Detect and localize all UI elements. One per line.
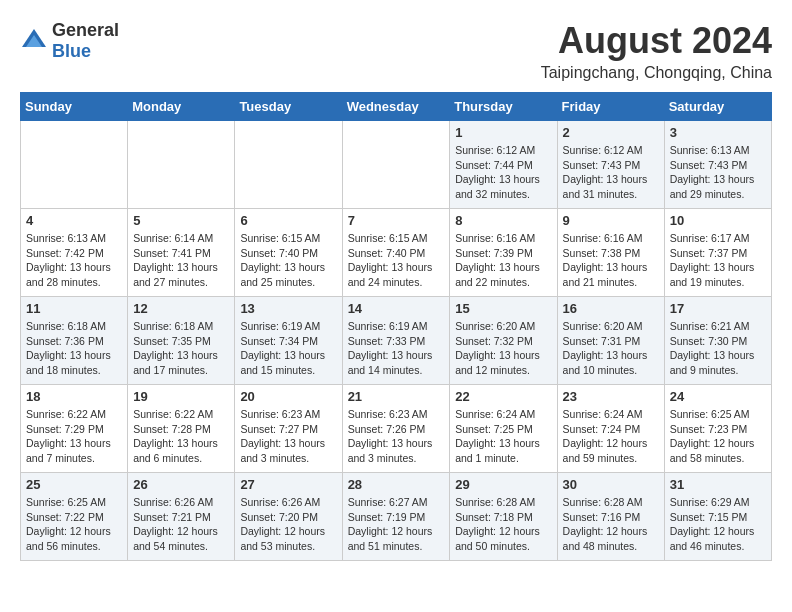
calendar-cell: 4Sunrise: 6:13 AM Sunset: 7:42 PM Daylig… [21,209,128,297]
calendar-table: SundayMondayTuesdayWednesdayThursdayFrid… [20,92,772,561]
calendar-week-row: 4Sunrise: 6:13 AM Sunset: 7:42 PM Daylig… [21,209,772,297]
day-number: 21 [348,389,445,404]
day-info: Sunrise: 6:13 AM Sunset: 7:42 PM Dayligh… [26,231,122,290]
day-number: 15 [455,301,551,316]
day-number: 11 [26,301,122,316]
calendar-week-row: 18Sunrise: 6:22 AM Sunset: 7:29 PM Dayli… [21,385,772,473]
day-number: 2 [563,125,659,140]
calendar-cell: 16Sunrise: 6:20 AM Sunset: 7:31 PM Dayli… [557,297,664,385]
day-info: Sunrise: 6:26 AM Sunset: 7:20 PM Dayligh… [240,495,336,554]
day-info: Sunrise: 6:15 AM Sunset: 7:40 PM Dayligh… [348,231,445,290]
weekday-header-tuesday: Tuesday [235,93,342,121]
calendar-cell: 8Sunrise: 6:16 AM Sunset: 7:39 PM Daylig… [450,209,557,297]
calendar-cell: 2Sunrise: 6:12 AM Sunset: 7:43 PM Daylig… [557,121,664,209]
day-info: Sunrise: 6:26 AM Sunset: 7:21 PM Dayligh… [133,495,229,554]
day-info: Sunrise: 6:25 AM Sunset: 7:23 PM Dayligh… [670,407,766,466]
calendar-cell: 15Sunrise: 6:20 AM Sunset: 7:32 PM Dayli… [450,297,557,385]
day-number: 14 [348,301,445,316]
month-title: August 2024 [541,20,772,62]
weekday-header-wednesday: Wednesday [342,93,450,121]
calendar-cell: 30Sunrise: 6:28 AM Sunset: 7:16 PM Dayli… [557,473,664,561]
calendar-week-row: 25Sunrise: 6:25 AM Sunset: 7:22 PM Dayli… [21,473,772,561]
day-number: 5 [133,213,229,228]
calendar-cell: 14Sunrise: 6:19 AM Sunset: 7:33 PM Dayli… [342,297,450,385]
weekday-header-sunday: Sunday [21,93,128,121]
calendar-cell: 10Sunrise: 6:17 AM Sunset: 7:37 PM Dayli… [664,209,771,297]
day-number: 29 [455,477,551,492]
calendar-cell: 9Sunrise: 6:16 AM Sunset: 7:38 PM Daylig… [557,209,664,297]
day-number: 7 [348,213,445,228]
logo-general: General [52,20,119,40]
day-info: Sunrise: 6:12 AM Sunset: 7:43 PM Dayligh… [563,143,659,202]
day-info: Sunrise: 6:12 AM Sunset: 7:44 PM Dayligh… [455,143,551,202]
day-info: Sunrise: 6:23 AM Sunset: 7:27 PM Dayligh… [240,407,336,466]
calendar-cell: 22Sunrise: 6:24 AM Sunset: 7:25 PM Dayli… [450,385,557,473]
day-number: 13 [240,301,336,316]
day-info: Sunrise: 6:14 AM Sunset: 7:41 PM Dayligh… [133,231,229,290]
day-number: 28 [348,477,445,492]
calendar-cell: 31Sunrise: 6:29 AM Sunset: 7:15 PM Dayli… [664,473,771,561]
day-info: Sunrise: 6:29 AM Sunset: 7:15 PM Dayligh… [670,495,766,554]
day-number: 8 [455,213,551,228]
day-info: Sunrise: 6:15 AM Sunset: 7:40 PM Dayligh… [240,231,336,290]
day-number: 9 [563,213,659,228]
day-info: Sunrise: 6:22 AM Sunset: 7:29 PM Dayligh… [26,407,122,466]
calendar-cell: 26Sunrise: 6:26 AM Sunset: 7:21 PM Dayli… [128,473,235,561]
day-info: Sunrise: 6:18 AM Sunset: 7:35 PM Dayligh… [133,319,229,378]
day-info: Sunrise: 6:13 AM Sunset: 7:43 PM Dayligh… [670,143,766,202]
day-number: 19 [133,389,229,404]
day-number: 3 [670,125,766,140]
calendar-cell: 11Sunrise: 6:18 AM Sunset: 7:36 PM Dayli… [21,297,128,385]
day-number: 17 [670,301,766,316]
calendar-week-row: 1Sunrise: 6:12 AM Sunset: 7:44 PM Daylig… [21,121,772,209]
weekday-header-row: SundayMondayTuesdayWednesdayThursdayFrid… [21,93,772,121]
day-info: Sunrise: 6:21 AM Sunset: 7:30 PM Dayligh… [670,319,766,378]
calendar-cell: 18Sunrise: 6:22 AM Sunset: 7:29 PM Dayli… [21,385,128,473]
day-number: 26 [133,477,229,492]
calendar-cell [342,121,450,209]
calendar-cell: 6Sunrise: 6:15 AM Sunset: 7:40 PM Daylig… [235,209,342,297]
day-info: Sunrise: 6:22 AM Sunset: 7:28 PM Dayligh… [133,407,229,466]
day-number: 18 [26,389,122,404]
page-header: General Blue August 2024 Taipingchang, C… [20,20,772,82]
day-number: 22 [455,389,551,404]
calendar-cell: 17Sunrise: 6:21 AM Sunset: 7:30 PM Dayli… [664,297,771,385]
weekday-header-thursday: Thursday [450,93,557,121]
logo-blue: Blue [52,41,91,61]
day-number: 10 [670,213,766,228]
calendar-cell: 24Sunrise: 6:25 AM Sunset: 7:23 PM Dayli… [664,385,771,473]
weekday-header-saturday: Saturday [664,93,771,121]
weekday-header-friday: Friday [557,93,664,121]
logo: General Blue [20,20,119,62]
title-block: August 2024 Taipingchang, Chongqing, Chi… [541,20,772,82]
day-info: Sunrise: 6:16 AM Sunset: 7:39 PM Dayligh… [455,231,551,290]
calendar-week-row: 11Sunrise: 6:18 AM Sunset: 7:36 PM Dayli… [21,297,772,385]
day-info: Sunrise: 6:24 AM Sunset: 7:24 PM Dayligh… [563,407,659,466]
day-number: 4 [26,213,122,228]
calendar-cell: 20Sunrise: 6:23 AM Sunset: 7:27 PM Dayli… [235,385,342,473]
calendar-cell: 23Sunrise: 6:24 AM Sunset: 7:24 PM Dayli… [557,385,664,473]
day-info: Sunrise: 6:19 AM Sunset: 7:34 PM Dayligh… [240,319,336,378]
calendar-cell: 13Sunrise: 6:19 AM Sunset: 7:34 PM Dayli… [235,297,342,385]
day-info: Sunrise: 6:23 AM Sunset: 7:26 PM Dayligh… [348,407,445,466]
day-info: Sunrise: 6:17 AM Sunset: 7:37 PM Dayligh… [670,231,766,290]
day-number: 6 [240,213,336,228]
day-info: Sunrise: 6:20 AM Sunset: 7:32 PM Dayligh… [455,319,551,378]
day-number: 1 [455,125,551,140]
location-title: Taipingchang, Chongqing, China [541,64,772,82]
calendar-cell: 1Sunrise: 6:12 AM Sunset: 7:44 PM Daylig… [450,121,557,209]
day-number: 31 [670,477,766,492]
calendar-cell: 7Sunrise: 6:15 AM Sunset: 7:40 PM Daylig… [342,209,450,297]
calendar-cell: 3Sunrise: 6:13 AM Sunset: 7:43 PM Daylig… [664,121,771,209]
day-info: Sunrise: 6:19 AM Sunset: 7:33 PM Dayligh… [348,319,445,378]
logo-icon [20,27,48,55]
calendar-cell [21,121,128,209]
day-number: 24 [670,389,766,404]
calendar-cell: 29Sunrise: 6:28 AM Sunset: 7:18 PM Dayli… [450,473,557,561]
calendar-cell: 27Sunrise: 6:26 AM Sunset: 7:20 PM Dayli… [235,473,342,561]
day-info: Sunrise: 6:18 AM Sunset: 7:36 PM Dayligh… [26,319,122,378]
day-number: 16 [563,301,659,316]
day-number: 20 [240,389,336,404]
calendar-cell [235,121,342,209]
day-info: Sunrise: 6:27 AM Sunset: 7:19 PM Dayligh… [348,495,445,554]
